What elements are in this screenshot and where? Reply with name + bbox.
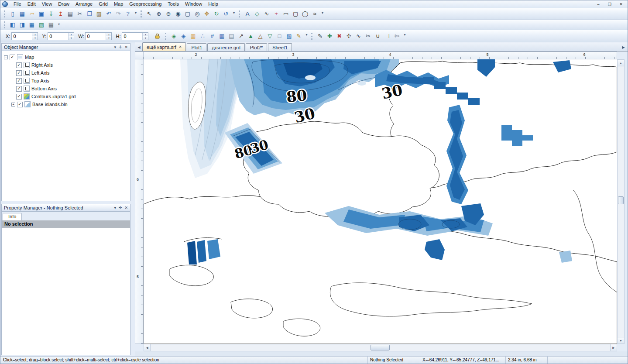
trim-icon[interactable]: ⊣ [382, 32, 392, 41]
worksheet-grid-icon[interactable]: ▤ [226, 32, 236, 41]
select-icon[interactable]: ↖ [144, 10, 154, 18]
toolbar-overflow-icon[interactable]: ▾ [320, 8, 325, 19]
collapse-icon[interactable]: - [4, 55, 8, 59]
spin-up-icon[interactable]: ▲ [32, 33, 38, 36]
plot-view-icon[interactable]: ▧ [37, 21, 46, 29]
visibility-checkbox[interactable]: ✓ [16, 78, 22, 84]
tree-item-label[interactable]: Contours-карта1.grd [31, 94, 75, 99]
polygon-icon[interactable]: ◇ [252, 10, 262, 18]
new-plot-icon[interactable]: ▯ [8, 10, 17, 18]
tab-document-3[interactable]: длятесте.grd [207, 43, 244, 51]
delete-node-icon[interactable]: ✖ [334, 32, 344, 41]
grid-editor-icon[interactable]: ▧ [284, 32, 294, 41]
maximize-button[interactable]: ❐ [604, 1, 615, 7]
tab-document-4[interactable]: Plot2* [246, 43, 267, 51]
grid-annotate-icon[interactable]: ✎ [294, 32, 303, 41]
tree-item-bottom-axis[interactable]: ✓ Bottom Axis [2, 85, 130, 93]
spin-down-icon[interactable]: ▼ [106, 36, 111, 40]
zoom-in-icon[interactable]: ⊕ [154, 10, 164, 18]
snip-icon[interactable]: ✄ [392, 32, 402, 41]
lock-icon[interactable] [155, 34, 160, 39]
zoom-window-icon[interactable]: ▢ [183, 10, 192, 18]
reshape-icon[interactable]: ✎ [315, 32, 325, 41]
menu-file[interactable]: File [10, 1, 24, 7]
close-button[interactable]: ✕ [616, 1, 626, 7]
tab-document-2[interactable]: Plot1 [187, 43, 206, 51]
zoom-full-icon[interactable]: ◎ [192, 10, 202, 18]
post-map-icon[interactable]: ∴ [198, 32, 207, 41]
grid-values-icon[interactable]: # [207, 32, 217, 41]
zoom-out-icon[interactable]: ⊖ [164, 10, 173, 18]
visibility-checkbox[interactable]: ✓ [16, 70, 22, 76]
spin-up-icon[interactable]: ▲ [69, 33, 74, 36]
triangulate-icon[interactable]: ▽ [265, 32, 275, 41]
tree-item-left-axis[interactable]: ✓ Left Axis [2, 69, 130, 77]
vertical-scroll-track[interactable] [618, 66, 624, 337]
visibility-checkbox[interactable]: ✓ [16, 86, 22, 92]
tree-item-label[interactable]: Top Axis [31, 78, 49, 83]
spin-up-icon[interactable]: ▲ [143, 33, 148, 36]
open-icon[interactable]: ▱ [27, 10, 37, 18]
paste-icon[interactable]: ▨ [94, 10, 104, 18]
tree-item-label[interactable]: Left Axis [31, 70, 50, 76]
tree-item-label[interactable]: Bottom Axis [31, 86, 57, 91]
scroll-left-icon[interactable]: ◀ [144, 344, 151, 351]
move-node-icon[interactable]: ✢ [344, 32, 353, 41]
spin-down-icon[interactable]: ▼ [69, 36, 74, 40]
export-icon[interactable]: ↥ [56, 10, 65, 18]
tree-item-right-axis[interactable]: ✓ Right Axis [2, 61, 130, 69]
spline-polyline-icon[interactable]: ≈ [310, 10, 319, 18]
menu-arrange[interactable]: Arrange [72, 1, 96, 7]
visibility-checkbox[interactable]: ✓ [17, 102, 23, 107]
join-polylines-icon[interactable]: ∪ [373, 32, 382, 41]
panel-menu-icon[interactable]: ▾ [114, 45, 116, 49]
tab-close-icon[interactable]: ✕ [179, 45, 182, 49]
panel-menu-icon[interactable]: ▾ [114, 206, 116, 210]
menu-geoprocessing[interactable]: Geoprocessing [126, 1, 165, 7]
import-icon[interactable]: ↧ [46, 10, 56, 18]
menu-grid[interactable]: Grid [96, 1, 111, 7]
symbol-icon[interactable]: + [271, 10, 281, 18]
menu-map[interactable]: Map [111, 1, 126, 7]
scroll-down-icon[interactable]: ▼ [618, 337, 624, 343]
polyline-icon[interactable]: ∿ [262, 10, 271, 18]
tree-item-base[interactable]: + ✓ Base-islands.bln [2, 100, 130, 108]
panel-close-icon[interactable]: ✕ [124, 206, 128, 210]
tab-document-5[interactable]: Sheet1 [268, 43, 292, 51]
digitize-icon[interactable]: ↗ [236, 32, 246, 41]
tree-item-contours[interactable]: ✓ Contours-карта1.grd [2, 93, 130, 100]
property-manager-toggle-icon[interactable]: ◨ [17, 21, 27, 29]
menu-view[interactable]: View [39, 1, 55, 7]
wireframe-3d-icon[interactable]: △ [255, 32, 265, 41]
empty-grid-icon[interactable]: □ [275, 32, 284, 41]
tab-info[interactable]: Info [3, 213, 22, 220]
visibility-checkbox[interactable]: ✓ [16, 94, 22, 100]
visibility-checkbox[interactable]: ✓ [16, 62, 22, 68]
break-polyline-icon[interactable]: ✂ [363, 32, 373, 41]
pin-icon[interactable]: ✛ [119, 45, 122, 49]
redraw-icon[interactable]: ↻ [212, 10, 221, 18]
toolbar-overflow-icon[interactable]: ▾ [304, 30, 309, 42]
spin-down-icon[interactable]: ▼ [143, 36, 148, 40]
visibility-checkbox[interactable]: ✓ [10, 55, 15, 60]
spin-up-icon[interactable]: ▲ [106, 33, 111, 36]
y-field[interactable] [48, 33, 68, 40]
tab-document-1[interactable]: ещё карта.srf ✕ [142, 42, 186, 51]
toolbar-overflow-icon[interactable]: ▾ [232, 8, 236, 19]
tab-scroll-left-icon[interactable]: ◀ [136, 45, 142, 51]
grid-info-icon[interactable]: ▦ [217, 32, 226, 41]
copy-icon[interactable]: ❐ [85, 10, 94, 18]
object-manager-toggle-icon[interactable]: ◧ [8, 21, 17, 29]
expand-icon[interactable]: + [11, 103, 15, 106]
menu-edit[interactable]: Edit [24, 1, 39, 7]
menu-window[interactable]: Window [182, 1, 205, 7]
pin-icon[interactable]: ✛ [119, 206, 122, 210]
toolbar-overflow-icon[interactable]: ▾ [402, 30, 407, 42]
tab-scroll-right-icon[interactable]: ▶ [620, 45, 627, 51]
zoom-realtime-icon[interactable]: ◉ [173, 10, 183, 18]
horizontal-scroll-thumb[interactable] [371, 345, 390, 350]
tree-item-map[interactable]: - ✓ Map [2, 53, 130, 61]
menu-help[interactable]: Help [205, 1, 221, 7]
menu-draw[interactable]: Draw [55, 1, 72, 7]
pan-icon[interactable]: ✥ [202, 10, 212, 18]
